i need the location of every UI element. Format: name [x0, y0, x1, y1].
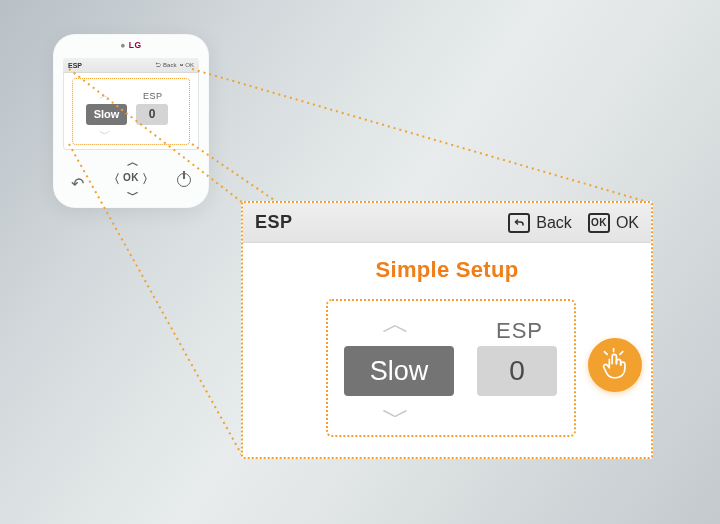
controller-screen: ESP ⮌ Back ▭ OK ︿ Slow ﹀ ESP 0 [63, 58, 199, 150]
back-icon [508, 213, 530, 233]
speed-value[interactable]: Slow [86, 104, 127, 125]
hardware-buttons: ↶ ︿ ﹀ 〈 〉 OK [53, 156, 209, 200]
ok-button[interactable]: OK OK [588, 213, 639, 233]
thermostat-controller: ● LG ESP ⮌ Back ▭ OK ︿ Slow ﹀ ESP 0 ↶ [53, 34, 209, 208]
dpad-right[interactable]: 〉 [142, 171, 154, 188]
dpad: ︿ ﹀ 〈 〉 OK [96, 156, 166, 200]
screen-titlebar: ESP ⮌ Back ▭ OK [63, 58, 199, 73]
zoom-title: ESP [255, 212, 293, 233]
esp-value[interactable]: 0 [477, 346, 557, 396]
speed-value[interactable]: Slow [344, 346, 454, 396]
ok-hint: ▭ OK [180, 62, 194, 68]
chevron-down-icon[interactable]: ﹀ [382, 403, 410, 431]
ok-icon: OK [588, 213, 610, 233]
svg-line-4 [604, 352, 607, 355]
zoom-panel: ESP Back OK OK Simple Setup ︿ Slow ﹀ [241, 201, 653, 459]
screen-title: ESP [68, 62, 82, 69]
brand-logo: ● LG [53, 34, 209, 56]
dpad-up[interactable]: ︿ [127, 154, 139, 171]
zoom-body: Simple Setup ︿ Slow ﹀ ESP 0 [243, 243, 651, 457]
esp-label: ESP [496, 318, 543, 344]
chevron-down-icon: ﹀ [99, 128, 111, 140]
screen-title-actions: ⮌ Back ▭ OK [155, 62, 194, 68]
back-hint: ⮌ Back [155, 62, 177, 68]
esp-value[interactable]: 0 [136, 104, 168, 125]
section-heading: Simple Setup [243, 243, 651, 283]
svg-line-6 [620, 352, 623, 355]
dpad-left[interactable]: 〈 [108, 171, 120, 188]
dpad-ok[interactable]: OK [123, 172, 139, 183]
touch-hint-icon [588, 338, 642, 392]
chevron-up-icon[interactable]: ︿ [382, 310, 410, 338]
dpad-down[interactable]: ﹀ [127, 187, 139, 204]
screen-body: ︿ Slow ﹀ ESP 0 [63, 73, 199, 150]
ok-label: OK [616, 214, 639, 232]
back-button[interactable]: Back [508, 213, 572, 233]
back-label: Back [536, 214, 572, 232]
chevron-up-icon: ︿ [99, 89, 111, 101]
esp-label: ESP [143, 91, 163, 101]
power-button[interactable] [177, 173, 191, 187]
zoom-titlebar: ESP Back OK OK [243, 203, 651, 243]
svg-line-1 [192, 69, 651, 203]
back-button[interactable]: ↶ [71, 174, 84, 193]
